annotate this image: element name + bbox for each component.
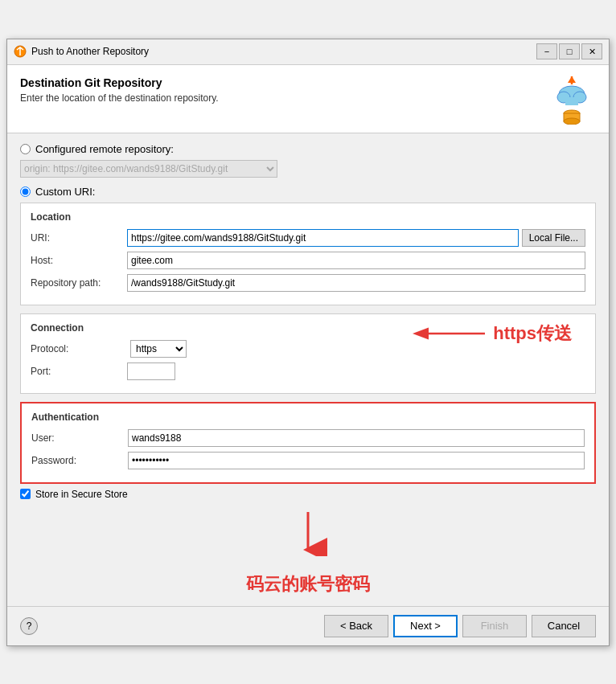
location-section: Location URI: Local File... Host: Reposi… (20, 203, 596, 305)
title-bar: Push to Another Repository − □ ✕ (7, 39, 609, 65)
repo-path-label: Repository path: (31, 277, 127, 289)
arrow-right-icon (413, 322, 493, 346)
close-button[interactable]: ✕ (581, 43, 602, 59)
window-title: Push to Another Repository (31, 46, 536, 57)
repo-path-input[interactable] (127, 274, 585, 292)
host-row: Host: (31, 252, 585, 269)
password-row: Password: (31, 452, 585, 469)
next-button[interactable]: Next > (393, 615, 458, 637)
password-input[interactable] (128, 452, 585, 469)
configured-remote-label: Configured remote repository: (35, 143, 174, 155)
footer-left: ? (20, 617, 38, 635)
window-controls: − □ ✕ (536, 43, 602, 59)
header-title: Destination Git Repository (20, 76, 219, 89)
auth-section-label: Authentication (31, 412, 585, 423)
back-button[interactable]: < Back (324, 615, 388, 637)
svg-rect-4 (565, 97, 578, 105)
repo-path-row: Repository path: (31, 274, 585, 292)
store-label: Store in Secure Store (35, 489, 128, 500)
header-icon-area (548, 76, 596, 125)
configured-remote-select[interactable]: origin: https://gitee.com/wands9188/GitS… (20, 160, 277, 178)
custom-uri-label: Custom URI: (35, 186, 95, 198)
port-label: Port: (31, 366, 127, 377)
protocol-label: Protocol: (31, 343, 127, 354)
arrow-down-icon (284, 508, 332, 556)
header-area: Destination Git Repository Enter the loc… (7, 65, 609, 133)
connection-wrapper: Connection Protocol: https ssh git Port: (20, 313, 596, 394)
port-row: Port: (31, 362, 585, 380)
maximize-button[interactable]: □ (559, 43, 580, 59)
push-icon (552, 76, 592, 125)
svg-marker-6 (568, 76, 576, 83)
host-input[interactable] (127, 252, 585, 269)
footer-buttons: < Back Next > Finish Cancel (324, 615, 596, 637)
store-checkbox-row: Store in Secure Store (20, 489, 596, 500)
host-label: Host: (31, 255, 127, 266)
minimize-button[interactable]: − (536, 43, 557, 59)
window-icon (14, 45, 27, 58)
footer: ? < Back Next > Finish Cancel (7, 606, 609, 645)
password-label: Password: (31, 455, 128, 466)
annotation-area: 码云的账号密码 (20, 500, 596, 596)
help-button[interactable]: ? (20, 617, 38, 635)
account-annotation-text: 码云的账号密码 (246, 572, 370, 596)
configured-remote-radio[interactable] (20, 144, 31, 154)
protocol-select[interactable]: https ssh git (130, 340, 187, 358)
user-input[interactable] (128, 429, 585, 447)
store-checkbox[interactable] (20, 489, 31, 499)
finish-button[interactable]: Finish (462, 615, 527, 637)
uri-label: URI: (31, 232, 127, 244)
header-text: Destination Git Repository Enter the loc… (20, 76, 219, 104)
arrow-annotation-group: 码云的账号密码 (246, 508, 370, 596)
cancel-button[interactable]: Cancel (532, 615, 596, 637)
user-label: User: (31, 432, 128, 444)
uri-row: URI: Local File... (31, 229, 585, 247)
user-row: User: (31, 429, 585, 447)
custom-uri-radio[interactable] (20, 186, 31, 197)
configured-remote-row: Configured remote repository: (20, 143, 596, 155)
https-annotation: https传送 (413, 322, 572, 346)
custom-uri-row: Custom URI: (20, 186, 596, 198)
uri-input[interactable] (127, 229, 519, 247)
svg-point-9 (564, 118, 580, 125)
main-window: Push to Another Repository − □ ✕ Destina… (6, 39, 610, 646)
location-section-label: Location (31, 211, 585, 223)
header-subtitle: Enter the location of the destination re… (20, 92, 219, 104)
content-area: Configured remote repository: origin: ht… (7, 133, 609, 606)
https-annotation-text: https传送 (493, 322, 572, 346)
local-file-button[interactable]: Local File... (522, 229, 585, 247)
authentication-section: Authentication User: Password: (20, 402, 596, 484)
port-input[interactable] (127, 362, 175, 380)
